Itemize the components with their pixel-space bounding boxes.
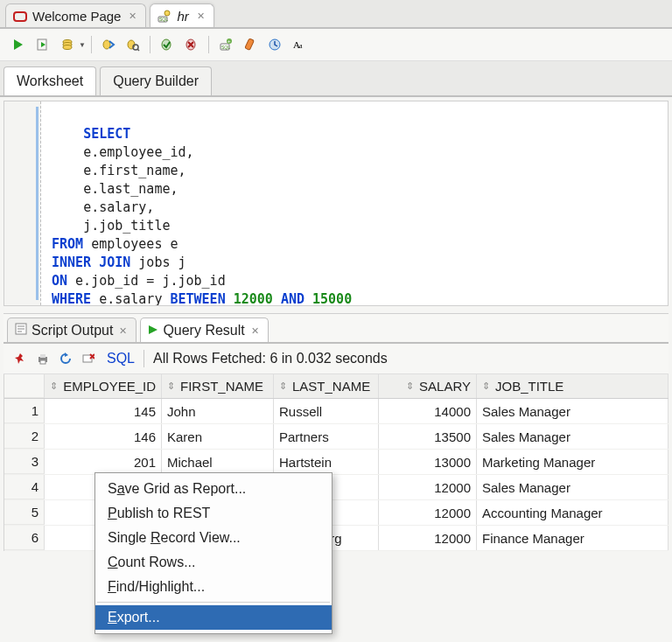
tab-query-result[interactable]: Query Result ✕ [140, 318, 268, 342]
tab-script-output[interactable]: Script Output ✕ [7, 318, 136, 342]
cell-first-name[interactable]: Karen [162, 424, 274, 449]
table-row[interactable]: 2146KarenPartners13500Sales Manager [4, 424, 668, 450]
col-job-title[interactable]: ⇕JOB_TITLE [477, 374, 668, 398]
cell-job-title[interactable]: Finance Manager [477, 526, 668, 550]
sql-editor[interactable]: SELECT e.employee_id, e.first_name, e.la… [4, 101, 668, 306]
svg-point-3 [164, 10, 170, 16]
delete-row-button[interactable] [79, 349, 98, 368]
ctx-count-rows[interactable]: Count Rows... [95, 550, 332, 575]
autotrace-button[interactable] [97, 34, 120, 55]
cell-last-name[interactable]: Hartstein [274, 450, 379, 474]
table-row[interactable]: 1145JohnRussell14000Sales Manager [4, 399, 668, 424]
sql-code[interactable]: SELECT e.employee_id, e.first_name, e.la… [41, 101, 360, 305]
rownum-cell: 1 [4, 399, 45, 423]
cell-job-title[interactable]: Marketing Manager [477, 450, 668, 474]
cell-salary[interactable]: 13000 [379, 450, 477, 474]
cell-salary[interactable]: 12000 [379, 500, 477, 525]
cell-last-name[interactable]: Russell [274, 399, 379, 423]
cell-salary[interactable]: 13500 [379, 424, 477, 449]
unshared-worksheet-button[interactable]: SQL+ [214, 34, 237, 55]
ctx-export[interactable]: Export... [95, 605, 332, 630]
refresh-button[interactable] [56, 349, 75, 368]
col-employee-id[interactable]: ⇕EMPLOYEE_ID [45, 374, 162, 398]
cell-salary[interactable]: 12000 [379, 475, 477, 499]
cell-first-name[interactable]: Michael [162, 450, 274, 474]
fetch-status: All Rows Fetched: 6 in 0.032 seconds [153, 351, 388, 366]
ctx-find-highlight[interactable]: Find/Highlight... [95, 575, 332, 599]
sort-icon: ⇕ [482, 380, 490, 392]
run-script-button[interactable] [32, 34, 54, 55]
sql-link[interactable]: SQL [107, 351, 135, 366]
kw-and: AND [281, 291, 304, 306]
cell-employee-id[interactable]: 145 [45, 399, 162, 423]
dropdown-arrow-icon[interactable]: ▼ [79, 41, 86, 49]
cell-employee-id[interactable]: 201 [45, 450, 162, 474]
svg-marker-28 [149, 325, 158, 334]
col-label: LAST_NAME [292, 379, 370, 394]
cell-job-title[interactable]: Sales Manager [477, 399, 668, 423]
svg-rect-30 [40, 354, 46, 358]
commit-button[interactable] [156, 34, 178, 55]
run-icon [148, 323, 158, 338]
tab-welcome-page[interactable]: Welcome Page ✕ [5, 3, 146, 27]
col-label: SALARY [419, 379, 471, 394]
sql-col: e.first_name, [83, 163, 186, 178]
sort-icon: ⇕ [279, 380, 287, 392]
sql-where: e.salary [91, 291, 170, 306]
pin-button[interactable] [10, 349, 30, 368]
grid-context-menu: Save Grid as Report... Publish to REST S… [94, 472, 332, 634]
col-last-name[interactable]: ⇕LAST_NAME [274, 374, 379, 398]
cell-employee-id[interactable]: 146 [45, 424, 162, 449]
cell-job-title[interactable]: Sales Manager [477, 424, 668, 449]
grid-header: ⇕EMPLOYEE_ID ⇕FIRST_NAME ⇕LAST_NAME ⇕SAL… [4, 374, 668, 399]
sort-icon: ⇕ [167, 380, 175, 392]
cell-salary[interactable]: 12000 [379, 526, 477, 550]
cell-job-title[interactable]: Sales Manager [477, 475, 668, 499]
separator [208, 36, 209, 53]
sql-table: employees e [83, 236, 178, 252]
sql-num: 12000 [226, 291, 281, 306]
svg-rect-31 [40, 360, 46, 364]
tab-worksheet[interactable]: Worksheet [4, 66, 96, 95]
result-toolbar: SQL All Rows Fetched: 6 in 0.032 seconds [4, 344, 668, 374]
rownum-cell: 6 [4, 526, 45, 550]
kw-where: WHERE [52, 291, 91, 306]
ctx-publish-rest[interactable]: Publish to REST [95, 501, 332, 526]
explain-plan-button[interactable] [56, 34, 79, 55]
svg-rect-20 [245, 38, 255, 50]
separator [97, 602, 330, 603]
sort-icon: ⇕ [406, 380, 414, 392]
format-button[interactable]: Aa [288, 34, 311, 55]
run-button[interactable] [7, 34, 30, 55]
svg-text:SQL: SQL [159, 17, 168, 22]
sql-col: j.job_title [83, 218, 170, 234]
kw-from: FROM [52, 236, 83, 252]
col-first-name[interactable]: ⇕FIRST_NAME [162, 374, 274, 398]
tab-label: Script Output [32, 323, 113, 338]
table-row[interactable]: 3201MichaelHartstein13000Marketing Manag… [4, 450, 668, 475]
main-toolbar: ▼ SQL+ Aa [0, 29, 672, 61]
cell-first-name[interactable]: John [162, 399, 274, 423]
col-salary[interactable]: ⇕SALARY [379, 374, 477, 398]
tab-query-builder[interactable]: Query Builder [100, 66, 212, 95]
script-output-icon [15, 323, 27, 338]
close-icon[interactable]: ✕ [129, 10, 136, 22]
rollback-button[interactable] [180, 34, 203, 55]
rownum-cell: 2 [4, 424, 45, 449]
print-button[interactable] [33, 349, 52, 368]
svg-text:SQL: SQL [221, 45, 230, 50]
find-db-object-button[interactable] [122, 34, 144, 55]
tab-hr[interactable]: SQL hr ✕ [150, 3, 214, 27]
separator [150, 36, 150, 53]
cell-job-title[interactable]: Accounting Manager [477, 500, 668, 525]
cell-salary[interactable]: 14000 [379, 399, 477, 423]
ctx-single-record[interactable]: Single Record View... [95, 526, 332, 550]
close-icon[interactable]: ✕ [197, 10, 205, 22]
clear-button[interactable] [239, 34, 262, 55]
ctx-save-grid[interactable]: Save Grid as Report... [95, 477, 332, 501]
close-icon[interactable]: ✕ [251, 325, 259, 337]
cell-last-name[interactable]: Partners [274, 424, 379, 449]
rownum-cell: 4 [4, 475, 45, 499]
close-icon[interactable]: ✕ [119, 325, 127, 337]
sql-history-button[interactable] [263, 34, 286, 55]
